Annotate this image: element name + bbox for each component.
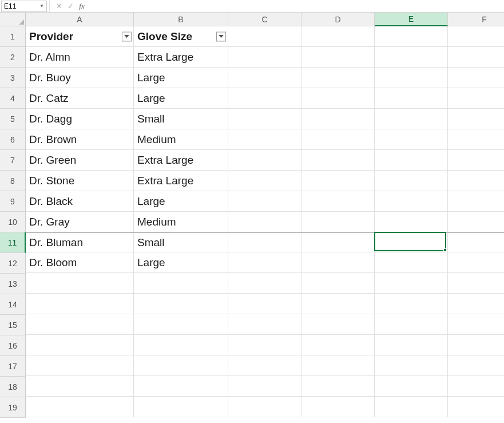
- cell-A19[interactable]: [26, 397, 134, 417]
- cell-F10[interactable]: [448, 212, 504, 232]
- confirm-icon[interactable]: ✓: [66, 2, 75, 10]
- cell-B6[interactable]: Medium: [134, 129, 228, 150]
- select-all-corner[interactable]: [0, 13, 26, 26]
- cell-F1[interactable]: [448, 26, 504, 47]
- cell-E18[interactable]: [375, 376, 448, 397]
- cell-A1[interactable]: Provider: [26, 26, 134, 47]
- cell-E13[interactable]: [375, 273, 448, 294]
- cell-A3[interactable]: Dr. Buoy: [26, 68, 134, 88]
- cell-B1[interactable]: Glove Size: [134, 26, 228, 47]
- cell-B10[interactable]: Medium: [134, 212, 228, 232]
- row-header-8[interactable]: 8: [0, 171, 26, 191]
- cell-C1[interactable]: [228, 26, 301, 47]
- cell-D1[interactable]: [301, 26, 375, 47]
- fx-icon[interactable]: fx: [77, 2, 86, 11]
- cell-D13[interactable]: [301, 273, 375, 294]
- cell-B11[interactable]: Small: [134, 233, 228, 252]
- cell-F15[interactable]: [448, 314, 504, 335]
- cell-B18[interactable]: [134, 376, 228, 397]
- cell-C19[interactable]: [228, 397, 301, 417]
- cell-E6[interactable]: [375, 129, 448, 150]
- column-header-D[interactable]: D: [301, 13, 375, 26]
- column-header-F[interactable]: F: [448, 13, 504, 26]
- filter-dropdown-icon[interactable]: [216, 31, 226, 41]
- cell-A9[interactable]: Dr. Black: [26, 191, 134, 212]
- cell-A13[interactable]: [26, 273, 134, 294]
- cell-A6[interactable]: Dr. Brown: [26, 129, 134, 150]
- cell-B8[interactable]: Extra Large: [134, 171, 228, 191]
- cell-F9[interactable]: [448, 191, 504, 212]
- cell-A10[interactable]: Dr. Gray: [26, 212, 134, 232]
- cell-C12[interactable]: [228, 252, 301, 273]
- cell-A8[interactable]: Dr. Stone: [26, 171, 134, 191]
- row-header-3[interactable]: 3: [0, 68, 26, 88]
- cell-E9[interactable]: [375, 191, 448, 212]
- cell-C13[interactable]: [228, 273, 301, 294]
- cell-D9[interactable]: [301, 191, 375, 212]
- column-header-C[interactable]: C: [228, 13, 301, 26]
- cell-E12[interactable]: [375, 252, 448, 273]
- row-header-17[interactable]: 17: [0, 356, 26, 377]
- cell-C4[interactable]: [228, 88, 301, 109]
- cell-B15[interactable]: [134, 314, 228, 335]
- cell-F2[interactable]: [448, 47, 504, 68]
- cell-D4[interactable]: [301, 88, 375, 109]
- cell-E1[interactable]: [375, 26, 448, 47]
- cell-B16[interactable]: [134, 335, 228, 355]
- cell-E4[interactable]: [375, 88, 448, 109]
- cell-F8[interactable]: [448, 171, 504, 191]
- filter-dropdown-icon[interactable]: [122, 31, 132, 41]
- cell-C2[interactable]: [228, 47, 301, 68]
- cell-E11[interactable]: [375, 233, 448, 252]
- cell-F11[interactable]: [448, 233, 504, 252]
- cell-A4[interactable]: Dr. Catz: [26, 88, 134, 109]
- row-header-14[interactable]: 14: [0, 294, 26, 315]
- cell-A15[interactable]: [26, 314, 134, 335]
- cell-D5[interactable]: [301, 109, 375, 129]
- cell-B7[interactable]: Extra Large: [134, 150, 228, 171]
- cell-F14[interactable]: [448, 294, 504, 314]
- row-header-10[interactable]: 10: [0, 212, 26, 232]
- cell-A12[interactable]: Dr. Bloom: [26, 252, 134, 273]
- cell-E8[interactable]: [375, 171, 448, 191]
- cell-E5[interactable]: [375, 109, 448, 129]
- cell-A7[interactable]: Dr. Green: [26, 150, 134, 171]
- cancel-icon[interactable]: ✕: [54, 2, 64, 10]
- column-header-A[interactable]: A: [26, 13, 134, 26]
- cell-B4[interactable]: Large: [134, 88, 228, 109]
- cell-B9[interactable]: Large: [134, 191, 228, 212]
- cell-D6[interactable]: [301, 129, 375, 150]
- cell-D7[interactable]: [301, 150, 375, 171]
- cell-C14[interactable]: [228, 294, 301, 314]
- cell-B5[interactable]: Small: [134, 109, 228, 129]
- formula-input[interactable]: [89, 1, 504, 12]
- cell-D12[interactable]: [301, 252, 375, 273]
- cell-F4[interactable]: [448, 88, 504, 109]
- cell-D8[interactable]: [301, 171, 375, 191]
- cell-D17[interactable]: [301, 355, 375, 376]
- cell-C11[interactable]: [228, 233, 301, 252]
- cell-E16[interactable]: [375, 335, 448, 355]
- column-header-B[interactable]: B: [134, 13, 228, 26]
- cell-B13[interactable]: [134, 273, 228, 294]
- row-header-18[interactable]: 18: [0, 377, 26, 397]
- cell-C16[interactable]: [228, 335, 301, 355]
- cell-C17[interactable]: [228, 355, 301, 376]
- row-header-11[interactable]: 11: [0, 232, 26, 253]
- cell-E15[interactable]: [375, 314, 448, 335]
- cell-C3[interactable]: [228, 68, 301, 88]
- cells-area[interactable]: ProviderGlove SizeDr. AlmnExtra LargeDr.…: [26, 26, 504, 418]
- cell-F7[interactable]: [448, 150, 504, 171]
- cell-E17[interactable]: [375, 355, 448, 376]
- cell-D11[interactable]: [301, 233, 375, 252]
- name-box[interactable]: E11 ▼: [1, 1, 47, 12]
- column-header-E[interactable]: E: [375, 13, 448, 26]
- cell-D18[interactable]: [301, 376, 375, 397]
- cell-F17[interactable]: [448, 355, 504, 376]
- cell-D14[interactable]: [301, 294, 375, 314]
- cell-F19[interactable]: [448, 397, 504, 417]
- cell-C6[interactable]: [228, 129, 301, 150]
- cell-F16[interactable]: [448, 335, 504, 355]
- row-header-4[interactable]: 4: [0, 88, 26, 109]
- cell-E2[interactable]: [375, 47, 448, 68]
